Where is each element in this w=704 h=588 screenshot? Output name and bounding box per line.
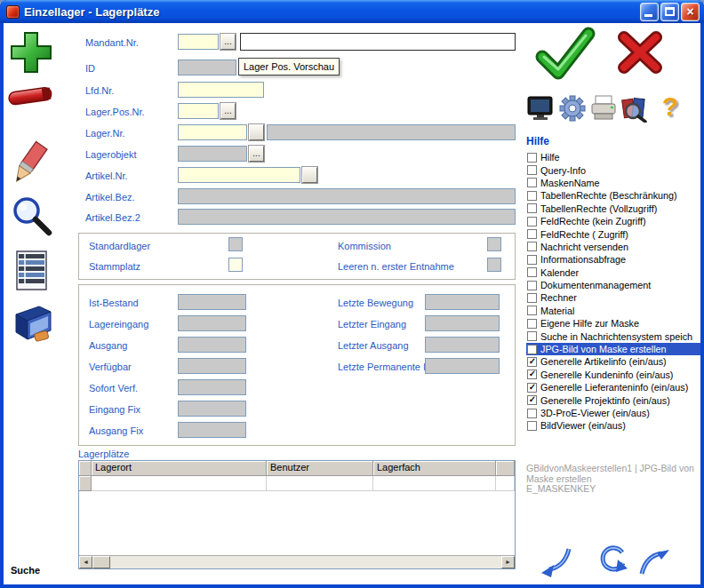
ok-button[interactable] bbox=[532, 23, 597, 86]
artikel-grid-button[interactable] bbox=[302, 167, 317, 183]
lagerobjekt-lookup-button[interactable]: ... bbox=[249, 146, 264, 162]
checkbox[interactable] bbox=[527, 409, 537, 418]
checkbox[interactable] bbox=[527, 255, 537, 265]
help-item-label: TabellenRechte (Beschränkung) bbox=[540, 190, 677, 201]
artikel-input[interactable] bbox=[178, 167, 300, 183]
pencil-icon bbox=[5, 139, 53, 190]
row-selector-cell[interactable] bbox=[79, 476, 92, 491]
scroll-thumb[interactable] bbox=[92, 556, 110, 568]
checkbox[interactable] bbox=[527, 293, 537, 303]
lagerpos-lookup-button[interactable]: ... bbox=[220, 103, 236, 119]
scroll-track[interactable] bbox=[110, 556, 501, 568]
help-list-item[interactable]: 3D-ProE-Viewer (ein/aus) bbox=[526, 407, 700, 419]
help-button[interactable]: ? bbox=[656, 91, 684, 123]
cell-lagerort[interactable] bbox=[92, 476, 267, 491]
help-list-item[interactable]: Query-Info bbox=[526, 163, 700, 176]
red-x-icon bbox=[612, 27, 667, 78]
checkbox[interactable] bbox=[527, 178, 537, 187]
mandant-input[interactable] bbox=[178, 34, 219, 50]
mandant-name-input[interactable] bbox=[240, 33, 516, 51]
id-label: ID bbox=[85, 63, 95, 74]
checkbox[interactable]: ✓ bbox=[527, 369, 537, 379]
cell-lagerfach[interactable] bbox=[373, 476, 496, 491]
delete-record-button[interactable] bbox=[5, 80, 57, 116]
checkbox[interactable] bbox=[527, 267, 537, 277]
help-item-label: FeldRechte (kein Zugriff) bbox=[540, 216, 646, 226]
help-list-item[interactable]: Dokumentenmanagement bbox=[526, 279, 700, 291]
back-arrow-button[interactable] bbox=[539, 544, 574, 584]
scroll-left-button[interactable]: ◄ bbox=[79, 556, 92, 568]
help-list-item[interactable]: Nachricht versenden bbox=[526, 241, 700, 253]
query-lookup-button[interactable] bbox=[620, 94, 651, 125]
checkbox[interactable] bbox=[527, 165, 537, 175]
checkbox[interactable] bbox=[527, 319, 537, 329]
checkbox[interactable] bbox=[527, 331, 537, 341]
help-list-item[interactable]: Informationsabfrage bbox=[526, 253, 700, 266]
standardlager-checkbox bbox=[228, 237, 243, 251]
checkbox[interactable] bbox=[527, 229, 537, 239]
mandant-lookup-button[interactable]: ... bbox=[220, 34, 236, 50]
help-list-item[interactable]: ✓Generelle Kundeninfo (ein/aus) bbox=[526, 369, 700, 381]
help-list-item[interactable]: FeldRechte ( Zugriff) bbox=[526, 227, 700, 240]
help-list-item[interactable]: Rechner bbox=[526, 291, 700, 304]
lfd-input[interactable] bbox=[178, 82, 264, 98]
checkbox[interactable] bbox=[527, 217, 537, 226]
checkbox[interactable] bbox=[527, 281, 537, 290]
close-button[interactable]: × bbox=[681, 3, 700, 21]
help-list-item[interactable]: Kalender bbox=[526, 266, 700, 279]
column-header-lagerort[interactable]: Lagerort bbox=[92, 461, 267, 476]
h-scrollbar[interactable]: ◄ ► bbox=[79, 555, 515, 568]
settings-button[interactable] bbox=[558, 94, 587, 125]
checkbox[interactable]: ✓ bbox=[527, 395, 537, 405]
help-list-item[interactable]: ✓Generelle Lieferanteninfo (ein/aus) bbox=[526, 381, 700, 393]
help-item-label: TabellenRechte (Vollzugriff) bbox=[540, 203, 657, 214]
help-list-item[interactable]: Hilfe bbox=[526, 151, 700, 163]
forward-arrow-button[interactable] bbox=[636, 542, 674, 582]
scroll-right-button[interactable]: ► bbox=[501, 556, 515, 568]
column-header-lagerfach[interactable]: Lagerfach bbox=[373, 461, 496, 476]
maximize-button[interactable] bbox=[660, 3, 679, 21]
checkbox[interactable]: ✓ bbox=[527, 357, 537, 367]
checkbox[interactable] bbox=[527, 153, 537, 163]
post-record-button[interactable] bbox=[9, 300, 59, 353]
help-list-item[interactable]: TabellenRechte (Vollzugriff) bbox=[526, 203, 700, 215]
search-record-button[interactable] bbox=[9, 194, 55, 242]
stammplatz-checkbox[interactable] bbox=[228, 258, 243, 272]
help-list-item[interactable]: Suche in Nachrichtensystem speich bbox=[526, 330, 700, 342]
monitor-button[interactable] bbox=[526, 94, 555, 125]
help-list-item[interactable]: ✓Generelle Projektinfo (ein/aus) bbox=[526, 393, 700, 406]
lagerpos-input[interactable] bbox=[178, 103, 219, 119]
status-footer: GBildvonMaskeerstellen1 | JPG-Bild von M… bbox=[526, 464, 694, 495]
edit-record-button[interactable] bbox=[5, 139, 53, 193]
checkbox[interactable] bbox=[527, 242, 537, 251]
column-header-benutzer[interactable]: Benutzer bbox=[267, 461, 373, 476]
titlebar[interactable]: Einzellager - Lagerplätze × bbox=[0, 0, 704, 23]
help-list-item[interactable]: BildViewer (ein/aus) bbox=[526, 419, 700, 432]
help-list-item[interactable]: FeldRechte (kein Zugriff) bbox=[526, 215, 700, 227]
help-list-item[interactable]: Material bbox=[526, 305, 700, 317]
gear-icon bbox=[558, 94, 587, 123]
help-list-item[interactable]: Eigene Hilfe zur Maske bbox=[526, 317, 700, 330]
new-record-button[interactable] bbox=[7, 28, 55, 79]
refresh-arrow-button[interactable] bbox=[594, 542, 631, 584]
checkbox[interactable] bbox=[527, 191, 537, 201]
print-button[interactable] bbox=[589, 94, 618, 125]
help-list-item[interactable]: MaskenName bbox=[526, 177, 700, 189]
cancel-button[interactable] bbox=[612, 27, 667, 81]
cell-benutzer[interactable] bbox=[267, 476, 373, 491]
checkbox[interactable] bbox=[527, 306, 537, 315]
lager-input[interactable] bbox=[178, 124, 247, 140]
list-view-button[interactable] bbox=[14, 249, 50, 296]
help-list-item[interactable]: TabellenRechte (Beschränkung) bbox=[526, 189, 700, 202]
arrow-down-left-icon bbox=[539, 544, 574, 581]
table-row[interactable] bbox=[79, 476, 515, 491]
checkbox[interactable] bbox=[527, 203, 537, 213]
letzter-ausgang-label: Letzter Ausgang bbox=[338, 340, 409, 351]
checkbox[interactable]: ✓ bbox=[527, 383, 537, 393]
help-list-item-selected[interactable]: JPG-Bild von Maske erstellen bbox=[526, 343, 700, 355]
lager-grid-button[interactable] bbox=[249, 124, 264, 140]
help-list-item[interactable]: ✓Generelle Artikelinfo (ein/aus) bbox=[526, 355, 700, 368]
minimize-button[interactable] bbox=[640, 3, 659, 21]
checkbox[interactable] bbox=[527, 345, 537, 354]
checkbox[interactable] bbox=[527, 421, 537, 431]
